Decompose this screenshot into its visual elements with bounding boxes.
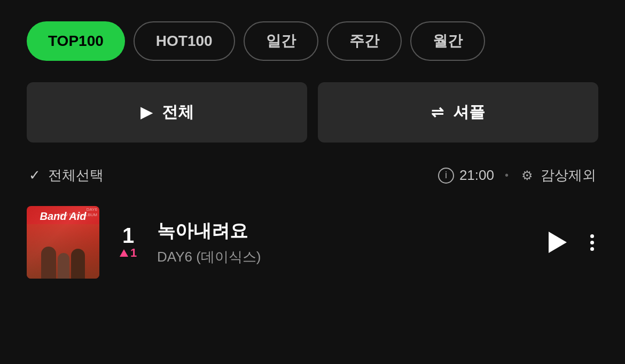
track-row: Band Aid DAY6 NEW SONG ALBUM 1 — [27, 201, 598, 284]
tab-monthly[interactable]: 월간 — [410, 21, 485, 61]
total-time: 21:00 — [459, 167, 494, 184]
action-buttons: ▶ 전체 ⇌ 셔플 — [27, 82, 598, 143]
rank-number: 1 — [122, 225, 134, 246]
more-options-button[interactable] — [586, 230, 598, 255]
track-info: 녹아내려요 DAY6 (데이식스) — [157, 219, 528, 266]
shuffle-label: 셔플 — [453, 101, 485, 123]
track-title: 녹아내려요 — [157, 219, 528, 243]
shuffle-icon: ⇌ — [431, 104, 443, 121]
tab-daily[interactable]: 일간 — [244, 21, 318, 61]
play-all-button[interactable]: ▶ 전체 — [27, 82, 307, 143]
more-dot-2 — [590, 241, 594, 244]
album-art[interactable]: Band Aid DAY6 NEW SONG ALBUM — [27, 206, 99, 279]
gear-icon: ⚙ — [519, 168, 535, 184]
rank-change-value: 1 — [130, 246, 137, 260]
track-play-button[interactable] — [541, 227, 571, 257]
info-icon: i — [438, 168, 454, 184]
exclude-label: 감상제외 — [541, 166, 596, 185]
tab-weekly[interactable]: 주간 — [327, 21, 402, 61]
select-all-button[interactable]: ✓ 전체선택 — [29, 166, 104, 185]
play-all-label: 전체 — [162, 101, 194, 123]
dot-separator: • — [505, 169, 509, 181]
play-triangle-icon — [549, 232, 567, 253]
track-controls — [541, 227, 598, 257]
play-icon: ▶ — [140, 104, 152, 121]
checkmark-icon: ✓ — [29, 167, 41, 184]
track-artist: DAY6 (데이식스) — [157, 248, 528, 266]
filter-tabs: TOP100 HOT100 일간 주간 월간 — [27, 21, 598, 61]
settings-group[interactable]: ⚙ 감상제외 — [519, 166, 596, 185]
tab-top100[interactable]: TOP100 — [27, 21, 125, 61]
more-dot-3 — [590, 247, 594, 251]
track-rank-block: 1 1 — [112, 225, 144, 260]
total-time-group: i 21:00 — [438, 167, 494, 184]
tab-hot100[interactable]: HOT100 — [134, 21, 235, 61]
more-dot-1 — [590, 234, 594, 238]
select-all-row: ✓ 전체선택 i 21:00 • ⚙ 감상제외 — [27, 166, 598, 185]
meta-info: i 21:00 • ⚙ 감상제외 — [438, 166, 596, 185]
select-all-label: 전체선택 — [48, 166, 104, 185]
arrow-up-icon — [120, 249, 128, 257]
shuffle-button[interactable]: ⇌ 셔플 — [318, 82, 598, 143]
rank-change: 1 — [120, 246, 137, 260]
